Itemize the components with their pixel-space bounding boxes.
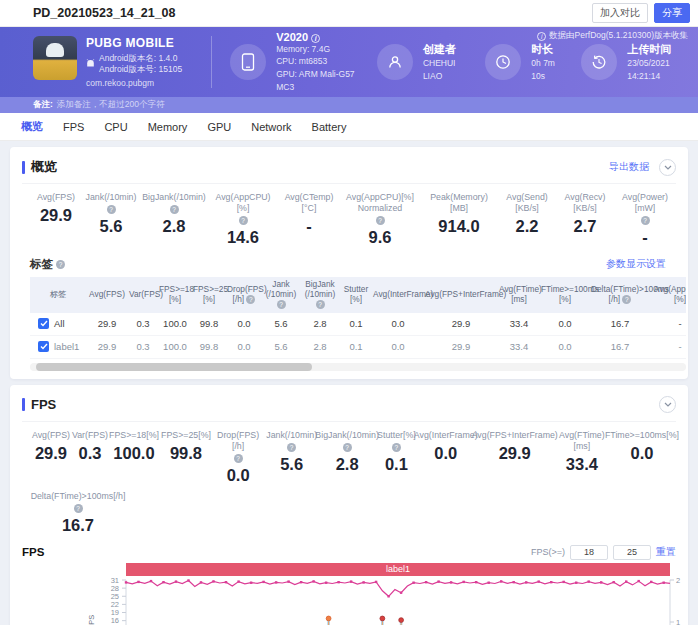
tab-battery[interactable]: Battery	[309, 119, 350, 135]
value-cell: 16.7	[590, 318, 650, 329]
value-cell: 99.8	[192, 318, 226, 329]
app-name: PUBG MOBILE	[86, 36, 182, 50]
stat-value: 29.9	[32, 206, 80, 225]
tab-overview[interactable]: 概览	[18, 117, 46, 136]
stat-9: Avg(Power)[mW]?-	[614, 192, 676, 247]
stat-label: Avg(FPS)	[32, 430, 70, 441]
info-icon[interactable]: ?	[107, 205, 116, 214]
stat-value: 29.9	[476, 444, 554, 463]
svg-text:31: 31	[111, 576, 119, 585]
stat-label: Delta(FTime)>100ms[/h]?	[32, 491, 124, 513]
duration-block: 时长 0h 7m 10s	[485, 42, 559, 83]
collapse-button[interactable]	[659, 159, 676, 176]
info-icon[interactable]: ?	[170, 205, 179, 214]
value-cell: 0.0	[226, 341, 262, 352]
svg-text:28: 28	[111, 583, 119, 592]
info-icon[interactable]: ?	[56, 260, 65, 269]
value-cell: 0.0	[372, 318, 424, 329]
label-region-banner: label1	[126, 563, 670, 576]
scrollbar-thumb[interactable]	[36, 363, 312, 371]
info-icon[interactable]: ?	[316, 300, 325, 309]
stat-label: BigJank(/10min)?	[142, 192, 206, 214]
info-icon[interactable]: ?	[376, 216, 385, 225]
person-icon	[377, 44, 413, 80]
upload-label: 上传时间	[627, 42, 688, 57]
info-icon[interactable]: ?	[343, 443, 352, 452]
overview-section-title: 概览	[31, 158, 609, 176]
labels-table: 标签Avg(FPS)Var(FPS)FPS>=18[%]FPS>=25[%]Dr…	[30, 277, 686, 359]
table-hscrollbar[interactable]	[30, 363, 686, 371]
fps-line-chart[interactable]: 036912161922252831012FPSJank00:0000:2200…	[22, 576, 684, 625]
stat-2: BigJank(/10min)?2.8	[140, 192, 208, 247]
info-icon[interactable]: ?	[74, 504, 83, 513]
info-icon[interactable]: ?	[641, 216, 650, 225]
column-header: FPS>=25[%]	[192, 282, 226, 308]
info-icon[interactable]: ?	[277, 300, 286, 309]
app-block: PUBG MOBILE Android版本名: 1.4.0 Android版本号…	[33, 36, 205, 89]
top-bar: PD_20210523_14_21_08 加入对比 分享	[0, 0, 698, 27]
tab-cpu[interactable]: CPU	[101, 119, 130, 135]
section-accent-bar	[22, 398, 25, 411]
stat-label: Avg(FTime)[ms]	[558, 430, 606, 452]
stat-value: 9.6	[342, 228, 418, 247]
info-icon[interactable]: ?	[246, 295, 255, 304]
divider	[211, 36, 212, 88]
stat-3: Avg(AppCPU)[%]?14.6	[208, 192, 278, 247]
column-header: Avg(AppCPU)[%]	[650, 282, 686, 308]
threshold-reset-link[interactable]: 重置	[656, 545, 676, 559]
tab-gpu[interactable]: GPU	[204, 119, 234, 135]
threshold-label: FPS(>=)	[531, 547, 565, 557]
value-cell: 0.1	[340, 318, 372, 329]
tab-memory[interactable]: Memory	[145, 119, 191, 135]
column-header: FTime>=100ms[%]	[540, 282, 590, 308]
row-checkbox[interactable]	[38, 341, 49, 352]
info-icon[interactable]: ?	[234, 454, 243, 463]
stat-label: FPS>=18[%]	[110, 430, 158, 441]
stat-value: 0.1	[377, 455, 416, 474]
stat-label: Drop(FPS)[/h]?	[214, 430, 262, 463]
section-tabs: 概览FPSCPUMemoryGPUNetworkBattery	[0, 113, 698, 141]
value-cell: 99.8	[192, 341, 226, 352]
note-placeholder: 添加备注，不超过200个字符	[57, 99, 165, 111]
param-display-settings-link[interactable]: 参数显示设置	[606, 257, 666, 271]
stat-label: Avg(FPS)	[32, 192, 80, 203]
info-icon[interactable]: ?	[392, 443, 401, 452]
tab-network[interactable]: Network	[248, 119, 294, 135]
stat-8: Avg(InterFrame)0.0	[418, 430, 474, 485]
row-label-cell: All	[30, 318, 86, 329]
app-icon	[33, 36, 77, 80]
fps-threshold-input-1[interactable]	[570, 545, 608, 560]
row-label-cell: label1	[30, 341, 86, 352]
row-checkbox[interactable]	[38, 318, 49, 329]
column-header: BigJank(/10min) ?	[300, 277, 340, 313]
note-strip[interactable]: 备注: 添加备注，不超过200个字符	[0, 97, 698, 113]
stat-value: 5.6	[84, 217, 138, 236]
column-header: Avg(FPS+InterFrame)	[424, 287, 498, 303]
info-icon[interactable]: i	[311, 34, 320, 43]
fps-threshold-input-2[interactable]	[613, 545, 651, 560]
info-icon[interactable]: ?	[287, 443, 296, 452]
collapse-button[interactable]	[659, 396, 676, 413]
stat-4: Avg(CTemp)[°C]-	[278, 192, 340, 247]
stat-5: Jank(/10min)?5.6	[264, 430, 319, 485]
svg-text:1: 1	[676, 617, 680, 625]
stat-value: 2.8	[321, 455, 373, 474]
value-cell: 0.0	[540, 318, 590, 329]
report-title: PD_20210523_14_21_08	[33, 6, 586, 20]
value-cell: 0.0	[226, 318, 262, 329]
info-icon[interactable]: ?	[239, 216, 248, 225]
value-cell: -	[650, 341, 686, 352]
column-header: Avg(FPS)	[86, 287, 128, 303]
stat-value: 0.3	[74, 444, 106, 463]
share-button[interactable]: 分享	[654, 3, 690, 23]
stat-value: 0.0	[420, 444, 472, 463]
upload-block: 上传时间 23/05/2021 14:21:14	[581, 42, 688, 83]
add-compare-button[interactable]: 加入对比	[592, 3, 648, 23]
value-cell: 2.8	[300, 318, 340, 329]
info-icon[interactable]: ?	[622, 295, 631, 304]
tab-fps[interactable]: FPS	[60, 119, 87, 135]
column-header: Var(FPS)	[128, 287, 158, 303]
export-data-link[interactable]: 导出数据	[609, 160, 649, 174]
value-cell: 29.9	[424, 318, 498, 329]
svg-text:16: 16	[111, 616, 119, 625]
